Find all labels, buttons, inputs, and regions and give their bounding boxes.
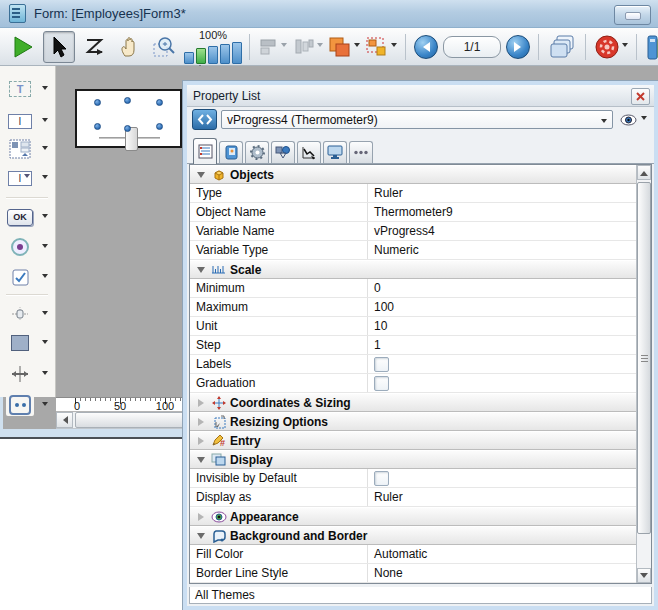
property-value[interactable]: vProgress4: [368, 222, 636, 240]
tab-shapes[interactable]: [271, 141, 295, 163]
listbox-tool-dropdown-arrow[interactable]: [42, 146, 48, 153]
tab-more[interactable]: [349, 141, 373, 163]
zoom-tool-button[interactable]: [150, 32, 180, 62]
plugin-area-tool[interactable]: [6, 394, 48, 416]
view-options-button[interactable]: [617, 110, 649, 130]
minimize-button[interactable]: [614, 5, 651, 25]
property-row-graduation[interactable]: Graduation: [190, 374, 636, 393]
align-dropdown-arrow[interactable]: [281, 43, 287, 50]
property-value[interactable]: Automatic: [368, 545, 636, 563]
property-value[interactable]: 0: [368, 279, 636, 297]
distribute-dropdown-arrow[interactable]: [317, 43, 323, 50]
object-prev-next-button[interactable]: [192, 109, 217, 130]
property-row-step[interactable]: Step1: [190, 336, 636, 355]
tab-property-list[interactable]: [193, 138, 217, 164]
property-value[interactable]: 100: [368, 298, 636, 316]
zoom-bar-800[interactable]: [232, 42, 242, 64]
property-row-minimum[interactable]: Minimum0: [190, 279, 636, 298]
splitter-tool[interactable]: [6, 363, 48, 385]
zoom-bar-400[interactable]: [220, 44, 230, 64]
property-row-variable-type[interactable]: Variable TypeNumeric: [190, 241, 636, 260]
property-value[interactable]: Numeric: [368, 241, 636, 259]
section-row-entry[interactable]: #Entry: [190, 431, 636, 450]
property-value[interactable]: [368, 374, 636, 392]
radio-tool-dropdown-arrow[interactable]: [42, 244, 48, 251]
collapse-triangle-icon[interactable]: [196, 168, 206, 182]
slider-tool-dropdown-arrow[interactable]: [42, 311, 48, 318]
property-row-fill-color[interactable]: Fill ColorAutomatic: [190, 545, 636, 564]
property-value[interactable]: Ruler: [368, 488, 636, 506]
tab-gear[interactable]: [245, 141, 269, 163]
palette-close-button[interactable]: [631, 88, 650, 105]
combobox-tool[interactable]: I: [6, 167, 48, 189]
property-value[interactable]: Thermometer9: [368, 203, 636, 221]
section-row-scale[interactable]: Scale: [190, 260, 636, 279]
selection-handle-bottom-left[interactable]: [94, 123, 101, 130]
run-form-button[interactable]: [8, 32, 38, 62]
text-tool-dropdown-arrow[interactable]: [42, 86, 48, 93]
section-row-appearance[interactable]: Appearance: [190, 507, 636, 526]
page-indicator[interactable]: 1/1: [443, 36, 501, 58]
expand-triangle-icon[interactable]: [196, 418, 206, 426]
level-dropdown-arrow[interactable]: [354, 43, 360, 50]
zoom-bar-200[interactable]: [208, 46, 218, 64]
next-page-button[interactable]: [506, 35, 530, 59]
property-row-type[interactable]: TypeRuler: [190, 184, 636, 203]
move-hand-tool-button[interactable]: [115, 32, 145, 62]
tab-monitor[interactable]: [323, 141, 347, 163]
form-settings-button[interactable]: [594, 32, 628, 62]
checkbox-graduation-unchecked[interactable]: [374, 376, 389, 391]
zoom-level-control[interactable]: 100%: [185, 30, 241, 64]
section-row-coordinates-sizing[interactable]: Coordinates & Sizing: [190, 393, 636, 412]
selection-handle-bottom-center[interactable]: [124, 125, 131, 132]
button-tool[interactable]: OK: [6, 206, 48, 228]
expand-triangle-icon[interactable]: [196, 513, 206, 521]
rectangle-tool-dropdown-arrow[interactable]: [42, 340, 48, 347]
scroll-up-button[interactable]: [637, 165, 651, 180]
property-grid-scrollbar[interactable]: [636, 165, 651, 583]
zoom-bar-50[interactable]: [184, 52, 194, 64]
object-selector-dropdown[interactable]: vProgress4 (Thermometer9): [221, 110, 613, 129]
property-row-labels[interactable]: Labels: [190, 355, 636, 374]
property-value[interactable]: [368, 469, 636, 487]
library-button[interactable]: [645, 32, 658, 62]
property-value[interactable]: [368, 355, 636, 373]
radio-button-tool[interactable]: [6, 236, 48, 258]
button-tool-dropdown-arrow[interactable]: [42, 214, 48, 221]
input-tool[interactable]: I: [6, 110, 48, 132]
collapse-triangle-icon[interactable]: [196, 453, 206, 467]
duplicate-dropdown-arrow[interactable]: [391, 43, 397, 50]
property-row-unit[interactable]: Unit10: [190, 317, 636, 336]
palette-titlebar[interactable]: Property List: [187, 85, 654, 107]
expand-triangle-icon[interactable]: [196, 437, 206, 445]
plugin-tool-dropdown-arrow[interactable]: [42, 402, 48, 409]
scroll-down-button[interactable]: [637, 568, 651, 583]
checkbox-tool[interactable]: [6, 266, 48, 288]
collapse-triangle-icon[interactable]: [196, 263, 206, 277]
property-value[interactable]: None: [368, 564, 636, 582]
window-titlebar[interactable]: Form: [Employees]Form3*: [0, 0, 658, 28]
expand-triangle-icon[interactable]: [196, 399, 206, 407]
select-tool-button[interactable]: [43, 31, 75, 63]
section-row-display[interactable]: Display: [190, 450, 636, 469]
combobox-tool-dropdown-arrow[interactable]: [42, 175, 48, 182]
property-row-maximum[interactable]: Maximum100: [190, 298, 636, 317]
property-row-border-line-style[interactable]: Border Line StyleNone: [190, 564, 636, 583]
entry-order-tool-button[interactable]: [80, 32, 110, 62]
slider-tool[interactable]: [6, 303, 48, 325]
rectangle-tool[interactable]: [6, 332, 48, 354]
checkbox-tool-dropdown-arrow[interactable]: [42, 274, 48, 281]
scroll-left-button[interactable]: [56, 412, 73, 428]
property-row-invisible-by-default[interactable]: Invisible by Default: [190, 469, 636, 488]
checkbox-invisible-by-default-unchecked[interactable]: [374, 471, 389, 486]
selection-handle-bottom-right[interactable]: [156, 123, 163, 130]
section-row-objects[interactable]: Objects: [190, 165, 636, 184]
property-value[interactable]: 1: [368, 336, 636, 354]
themes-footer[interactable]: All Themes: [189, 587, 652, 604]
listbox-tool[interactable]: [6, 138, 48, 160]
property-value[interactable]: 10: [368, 317, 636, 335]
property-row-variable-name[interactable]: Variable NamevProgress4: [190, 222, 636, 241]
collapse-triangle-icon[interactable]: [196, 529, 206, 543]
section-row-background-and-border[interactable]: Background and Border: [190, 526, 636, 545]
tab-book[interactable]: [219, 141, 243, 163]
